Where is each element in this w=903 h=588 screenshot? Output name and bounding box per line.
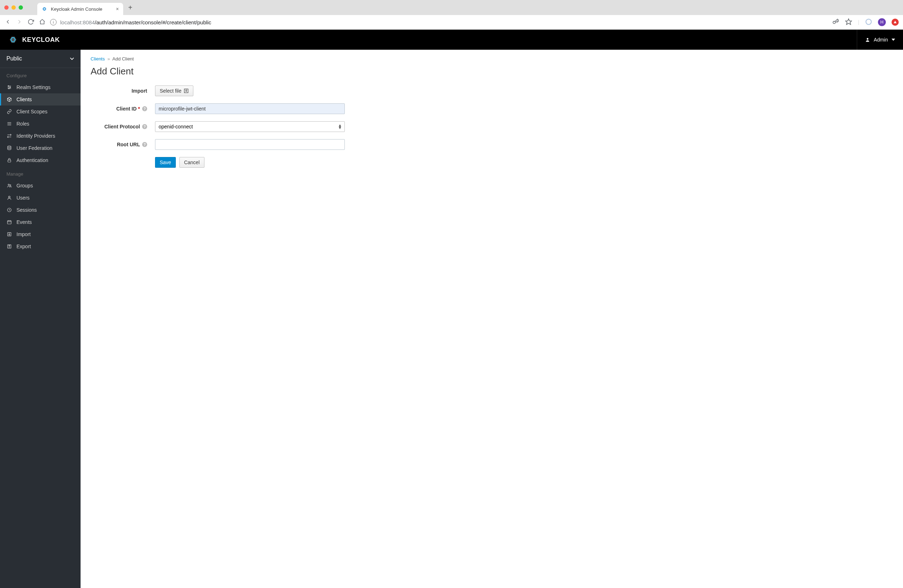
sidebar-item-label: Users (16, 195, 30, 201)
breadcrumb-sep: » (107, 56, 110, 61)
main-content: Clients » Add Client Add Client Import S… (80, 50, 903, 588)
extension-icon[interactable] (865, 18, 872, 27)
sidebar-item-label: Authentication (16, 157, 48, 163)
password-key-icon[interactable] (832, 18, 839, 27)
svg-marker-8 (892, 39, 895, 41)
chevron-down-icon (70, 56, 74, 61)
save-button[interactable]: Save (155, 157, 176, 168)
page-title: Add Client (91, 66, 893, 77)
close-tab-icon[interactable]: × (116, 6, 119, 12)
sidebar-item-users[interactable]: Users (0, 192, 80, 204)
export-icon (6, 244, 12, 249)
svg-point-7 (867, 38, 868, 40)
lock-icon (6, 158, 12, 163)
sidebar-item-label: Sessions (16, 207, 37, 213)
svg-marker-3 (846, 19, 852, 24)
logo-mark-icon (8, 35, 20, 44)
row-client-protocol: Client Protocol ? openid-connect ▲▼ (91, 121, 893, 132)
row-client-id: Client ID * ? (91, 103, 893, 114)
required-marker: * (138, 106, 140, 111)
svg-point-12 (8, 85, 9, 86)
clock-icon (6, 207, 12, 212)
help-icon[interactable]: ? (142, 142, 147, 147)
sidebar-item-label: Clients (16, 97, 32, 102)
sidebar-item-label: Realm Settings (16, 85, 50, 90)
sidebar-item-label: Import (16, 231, 31, 237)
row-import: Import Select file (91, 85, 893, 96)
realm-name: Public (6, 55, 22, 62)
link-icon (6, 109, 12, 114)
root-url-input[interactable] (155, 139, 345, 150)
svg-point-24 (9, 185, 11, 186)
sidebar-item-clients[interactable]: Clients (0, 93, 80, 105)
help-icon[interactable]: ? (142, 124, 147, 129)
new-tab-button[interactable]: + (128, 3, 132, 12)
group-icon (6, 183, 12, 188)
browser-tab[interactable]: Keycloak Admin Console × (37, 3, 123, 15)
sidebar-item-events[interactable]: Events (0, 216, 80, 228)
exchange-icon (6, 133, 12, 138)
database-icon (6, 146, 12, 151)
home-button[interactable] (39, 19, 46, 26)
svg-point-25 (9, 196, 10, 198)
sidebar-item-export[interactable]: Export (0, 240, 80, 252)
sidebar-item-sessions[interactable]: Sessions (0, 204, 80, 216)
client-protocol-select[interactable]: openid-connect (155, 121, 345, 132)
window-controls (4, 5, 23, 9)
select-file-button[interactable]: Select file (155, 85, 194, 96)
sidebar-item-import[interactable]: Import (0, 228, 80, 240)
select-arrows-icon: ▲▼ (338, 124, 342, 129)
client-id-input[interactable] (155, 103, 345, 114)
sidebar-item-label: Client Scopes (16, 109, 47, 114)
user-menu[interactable]: Admin (857, 30, 895, 50)
back-button[interactable] (4, 19, 11, 26)
maximize-window-button[interactable] (19, 5, 23, 9)
minimize-window-button[interactable] (11, 5, 16, 9)
sidebar-item-label: Groups (16, 183, 33, 188)
svg-point-21 (8, 146, 11, 147)
profile-avatar[interactable]: H (878, 18, 886, 26)
sidebar-item-authentication[interactable]: Authentication (0, 154, 80, 166)
site-info-icon[interactable]: i (50, 19, 57, 25)
sidebar-item-label: Export (16, 243, 31, 249)
breadcrumb-current: Add Client (112, 56, 134, 61)
brand-text: KEYCLOAK (22, 36, 60, 44)
breadcrumb-clients-link[interactable]: Clients (91, 56, 105, 61)
browser-chrome: Keycloak Admin Console × + i localhost:8… (0, 0, 903, 30)
extension-badge-icon[interactable] (892, 19, 899, 26)
tab-bar: Keycloak Admin Console × + (0, 0, 903, 15)
help-icon[interactable]: ? (142, 106, 147, 111)
favicon (41, 6, 47, 12)
svg-point-4 (866, 19, 872, 24)
bookmark-star-icon[interactable] (845, 18, 852, 27)
sidebar-item-realm-settings[interactable]: Realm Settings (0, 81, 80, 93)
cube-icon (6, 97, 12, 102)
sidebar-item-label: Identity Providers (16, 133, 55, 139)
user-icon (865, 37, 870, 42)
sidebar-item-roles[interactable]: Roles (0, 118, 80, 130)
url-field[interactable]: i localhost:8084/auth/admin/master/conso… (50, 19, 828, 25)
sidebar-item-label: User Federation (16, 145, 52, 151)
import-icon (6, 232, 12, 237)
realm-selector[interactable]: Public (0, 50, 80, 68)
breadcrumb: Clients » Add Client (91, 56, 893, 61)
calendar-icon (6, 220, 12, 224)
user-name: Admin (874, 37, 888, 42)
sidebar-item-client-scopes[interactable]: Client Scopes (0, 105, 80, 118)
keycloak-logo[interactable]: KEYCLOAK (8, 35, 60, 44)
forward-button[interactable] (16, 19, 23, 26)
svg-rect-22 (8, 160, 11, 162)
toolbar-right: | H (832, 18, 899, 27)
reload-button[interactable] (27, 19, 35, 26)
app-header: KEYCLOAK Admin (0, 30, 903, 50)
sidebar-item-label: Roles (16, 121, 29, 127)
close-window-button[interactable] (4, 5, 9, 9)
sidebar: Public Configure Realm Settings Clients … (0, 50, 80, 588)
download-box-icon (184, 88, 189, 93)
sidebar-item-identity-providers[interactable]: Identity Providers (0, 130, 80, 142)
sidebar-item-groups[interactable]: Groups (0, 180, 80, 192)
sidebar-item-user-federation[interactable]: User Federation (0, 142, 80, 154)
sidebar-item-label: Events (16, 219, 32, 225)
cancel-button[interactable]: Cancel (179, 157, 205, 168)
label-root-url: Root URL (117, 142, 140, 147)
